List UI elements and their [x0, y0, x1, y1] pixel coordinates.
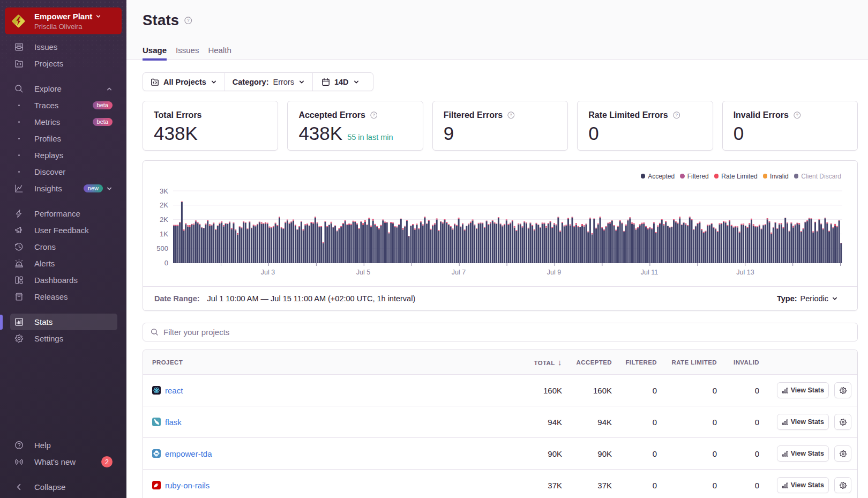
- svg-text:Jul 9: Jul 9: [547, 269, 561, 276]
- svg-text:Jul 7: Jul 7: [452, 269, 466, 276]
- svg-text:500: 500: [156, 244, 168, 252]
- svg-text:0: 0: [164, 259, 168, 267]
- svg-text:?: ?: [675, 113, 678, 118]
- svg-text:Jul 11: Jul 11: [641, 269, 658, 276]
- svg-text:Jul 13: Jul 13: [736, 269, 754, 276]
- svg-text:?: ?: [510, 113, 513, 118]
- svg-text:1K: 1K: [160, 230, 168, 238]
- svg-text:Jul 3: Jul 3: [261, 269, 275, 276]
- svg-text:2K: 2K: [160, 201, 168, 209]
- svg-text:?: ?: [372, 113, 375, 118]
- svg-text:2K: 2K: [160, 215, 168, 224]
- svg-text:Jul 5: Jul 5: [356, 269, 370, 276]
- svg-text:?: ?: [796, 113, 798, 118]
- svg-text:?: ?: [187, 18, 190, 23]
- svg-text:3K: 3K: [160, 187, 168, 195]
